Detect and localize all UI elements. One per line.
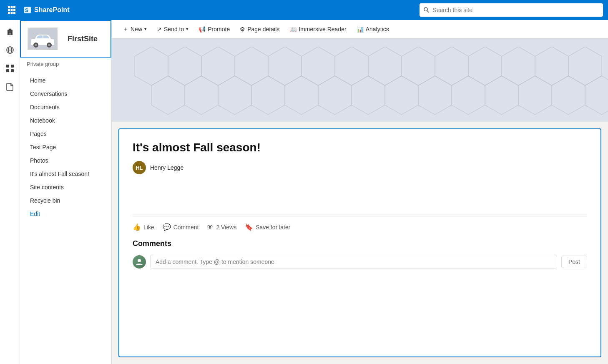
svg-rect-5 xyxy=(13,9,15,11)
page-details-button[interactable]: ⚙ Page details xyxy=(236,23,284,35)
svg-point-11 xyxy=(424,8,427,11)
sidebar-item-recycle-bin[interactable]: Recycle bin xyxy=(20,194,111,207)
sidebar: FirstSite Private group Home Conversatio… xyxy=(20,20,112,364)
hero-pattern xyxy=(112,38,608,122)
svg-point-25 xyxy=(48,44,50,46)
svg-line-12 xyxy=(427,11,429,13)
post-button[interactable]: Post xyxy=(561,256,587,268)
sidebar-item-pages[interactable]: Pages xyxy=(20,127,111,141)
site-name: FirstSite xyxy=(68,35,98,43)
new-dropdown-icon: ▾ xyxy=(144,26,147,32)
author-name: Henry Legge xyxy=(150,164,183,171)
send-to-label: Send to xyxy=(164,26,184,33)
views-indicator: 👁 2 Views xyxy=(207,223,236,231)
svg-rect-0 xyxy=(8,6,10,8)
svg-point-55 xyxy=(138,259,141,262)
svg-text:S: S xyxy=(25,8,28,13)
like-button[interactable]: 👍 Like xyxy=(133,223,154,231)
sidebar-item-fall-season[interactable]: It's almost Fall season! xyxy=(20,167,111,181)
scroll-content: It's almost Fall season! HL Henry Legge xyxy=(112,38,608,364)
views-icon: 👁 xyxy=(207,223,214,231)
hero-area xyxy=(112,38,608,122)
analytics-button[interactable]: 📊 Analytics xyxy=(352,23,393,35)
app-name-label: SharePoint xyxy=(34,6,69,14)
svg-rect-8 xyxy=(13,12,15,14)
sidebar-item-home[interactable]: Home xyxy=(20,74,111,87)
author-row: HL Henry Legge xyxy=(133,161,587,174)
svg-rect-1 xyxy=(11,6,13,8)
save-for-later-button[interactable]: 🔖 Save for later xyxy=(245,223,290,231)
reader-icon: 📖 xyxy=(289,26,296,33)
sidebar-item-test-page[interactable]: Test Page xyxy=(20,141,111,154)
search-input[interactable] xyxy=(432,7,599,13)
immersive-reader-button[interactable]: 📖 Immersive Reader xyxy=(285,23,350,35)
immersive-reader-label: Immersive Reader xyxy=(299,26,346,33)
like-icon: 👍 xyxy=(133,223,141,231)
save-for-later-label: Save for later xyxy=(256,224,290,231)
file-rail-icon[interactable] xyxy=(2,78,18,95)
comments-heading: Comments xyxy=(133,239,587,248)
article-content xyxy=(133,184,587,209)
site-type-label: Private group xyxy=(20,58,111,70)
info-icon: ⚙ xyxy=(240,26,245,33)
like-label: Like xyxy=(143,224,154,231)
svg-rect-18 xyxy=(6,69,9,72)
site-logo-image xyxy=(28,28,57,49)
text-cursor xyxy=(174,193,178,198)
article-title: It's almost Fall season! xyxy=(133,141,587,154)
search-icon xyxy=(424,7,429,13)
site-header-inner: FirstSite xyxy=(63,35,98,43)
svg-rect-4 xyxy=(11,9,13,11)
svg-rect-16 xyxy=(6,65,9,68)
sidebar-item-site-contents[interactable]: Site contents xyxy=(20,181,111,194)
author-avatar: HL xyxy=(133,161,146,174)
search-box[interactable] xyxy=(420,3,603,17)
content-area: ＋ New ▾ ↗ Send to ▾ 📢 Promote ⚙ Page det… xyxy=(112,20,608,364)
send-to-dropdown-icon: ▾ xyxy=(186,26,188,32)
article-card: It's almost Fall season! HL Henry Legge xyxy=(118,128,601,357)
main-layout: FirstSite Private group Home Conversatio… xyxy=(20,20,608,364)
plus-icon: ＋ xyxy=(123,25,128,33)
content-divider xyxy=(133,216,587,216)
svg-rect-3 xyxy=(8,9,10,11)
waffle-icon[interactable] xyxy=(5,3,18,17)
comment-label: Comment xyxy=(173,224,199,231)
toolbar: ＋ New ▾ ↗ Send to ▾ 📢 Promote ⚙ Page det… xyxy=(112,20,608,38)
topbar: S SharePoint xyxy=(0,0,608,20)
comment-input-row: Post xyxy=(133,255,587,269)
app-logo[interactable]: S SharePoint xyxy=(23,6,69,14)
svg-rect-19 xyxy=(11,69,14,72)
bookmark-icon: 🔖 xyxy=(245,223,253,231)
share-icon: ↗ xyxy=(157,26,162,33)
new-button[interactable]: ＋ New ▾ xyxy=(118,23,151,35)
home-rail-icon[interactable] xyxy=(2,23,18,40)
sidebar-item-conversations[interactable]: Conversations xyxy=(20,87,111,100)
page-details-label: Page details xyxy=(247,26,279,33)
globe-rail-icon[interactable] xyxy=(2,42,18,58)
nav-items: Home Conversations Documents Notebook Pa… xyxy=(20,70,111,224)
commenter-avatar xyxy=(133,255,146,269)
promote-button[interactable]: 📢 Promote xyxy=(194,23,234,35)
commenter-avatar-inner xyxy=(133,255,146,269)
svg-rect-2 xyxy=(13,6,15,8)
sidebar-edit-link[interactable]: Edit xyxy=(20,207,111,221)
new-label: New xyxy=(131,26,142,33)
left-rail xyxy=(0,20,20,364)
sidebar-item-photos[interactable]: Photos xyxy=(20,154,111,167)
sidebar-item-notebook[interactable]: Notebook xyxy=(20,114,111,127)
action-bar: 👍 Like 💬 Comment 👁 2 Views 🔖 Save for la… xyxy=(133,223,587,231)
svg-point-23 xyxy=(35,44,37,46)
comment-input[interactable] xyxy=(150,255,557,269)
svg-rect-26 xyxy=(112,38,608,122)
apps-rail-icon[interactable] xyxy=(2,60,18,77)
svg-rect-6 xyxy=(8,12,10,14)
svg-rect-7 xyxy=(11,12,13,14)
promote-label: Promote xyxy=(208,26,230,33)
comment-button[interactable]: 💬 Comment xyxy=(163,223,199,231)
send-to-button[interactable]: ↗ Send to ▾ xyxy=(153,23,193,35)
sidebar-item-documents[interactable]: Documents xyxy=(20,100,111,114)
promote-icon: 📢 xyxy=(198,26,206,33)
svg-rect-17 xyxy=(11,65,14,68)
site-logo xyxy=(28,28,58,50)
site-header: FirstSite xyxy=(20,20,111,58)
